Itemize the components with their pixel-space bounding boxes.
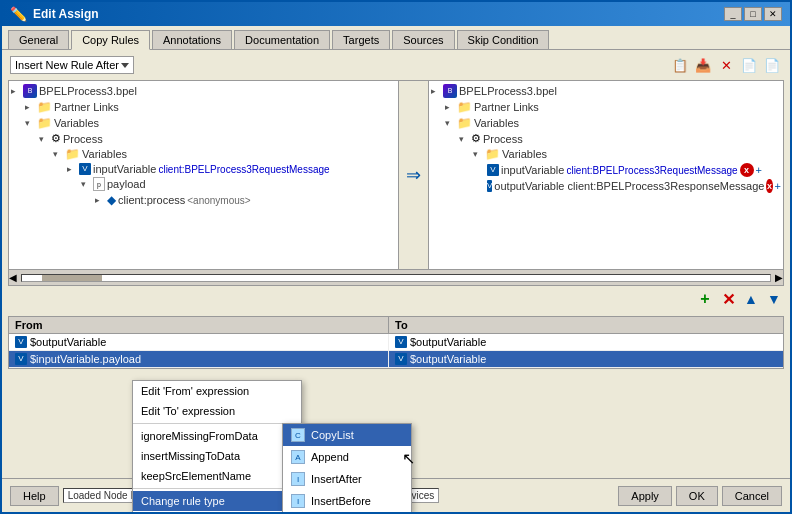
ctx-keep-src[interactable]: keepSrcElementName [133, 466, 301, 486]
insert-rule-dropdown[interactable]: Insert New Rule After [10, 56, 134, 74]
expand-icon[interactable]: ▾ [81, 179, 91, 189]
tab-targets[interactable]: Targets [332, 30, 390, 49]
expand-icon[interactable]: ▾ [445, 118, 455, 128]
tab-copy-rules[interactable]: Copy Rules [71, 30, 150, 50]
column-to: To [389, 317, 783, 333]
tree-item-partner[interactable]: ▸ 📁 Partner Links [11, 99, 396, 115]
cell-to-2: V $outputVariable [389, 351, 783, 367]
tree-label: payload [107, 178, 146, 190]
tree-item-partner2[interactable]: ▸ 📁 Partner Links [431, 99, 781, 115]
expand-icon[interactable]: ▸ [445, 102, 455, 112]
expand-icon[interactable]: ▸ [431, 86, 441, 96]
expand-icon[interactable]: ▸ [67, 164, 77, 174]
plus-icon: + [775, 180, 781, 192]
folder-icon: 📁 [65, 147, 80, 161]
down-arrow-icon: ▼ [767, 291, 781, 307]
apply-button[interactable]: Apply [618, 486, 672, 506]
tree-item-outputvar[interactable]: V outputVariable client:BPELProcess3Resp… [431, 178, 781, 194]
tree-label: Partner Links [474, 101, 539, 113]
ctx-change-rule-type[interactable]: Change rule type ▶ [133, 491, 301, 511]
tabs-bar: General Copy Rules Annotations Documenta… [2, 26, 790, 50]
var-icon: V [395, 336, 407, 348]
maximize-button[interactable]: □ [744, 7, 762, 21]
tree-label: BPELProcess3.bpel [459, 85, 557, 97]
tree-item-payload[interactable]: ▾ p payload [11, 176, 396, 192]
tab-sources[interactable]: Sources [392, 30, 454, 49]
paste-icon-btn[interactable]: 📥 [693, 55, 713, 75]
expand-icon[interactable]: ▸ [11, 86, 21, 96]
tree-item-inputvar2[interactable]: V inputVariable client:BPELProcess3Reque… [431, 162, 781, 178]
cell-to-1: V $outputVariable [389, 334, 783, 350]
tree-item-vars4[interactable]: ▾ 📁 Variables [431, 146, 781, 162]
tree-item-inputvar[interactable]: ▸ V inputVariable client:BPELProcess3Req… [11, 162, 396, 176]
middle-arrows: ⇒ [399, 81, 429, 269]
tree-item-client[interactable]: ▸ ◆ client:process <anonymous> [11, 192, 396, 208]
expand-icon[interactable]: ▾ [53, 149, 63, 159]
submenu-item-insertbefore[interactable]: I InsertBefore [283, 490, 411, 512]
tab-general[interactable]: General [8, 30, 69, 49]
tree-item-vars[interactable]: ▾ 📁 Variables [11, 115, 396, 131]
tree-item-process2[interactable]: ▾ ⚙ Process [431, 131, 781, 146]
ctx-edit-from[interactable]: Edit 'From' expression [133, 381, 301, 401]
tree-item-vars2[interactable]: ▾ 📁 Variables [11, 146, 396, 162]
variable-icon: V [79, 163, 91, 175]
ok-button[interactable]: OK [676, 486, 718, 506]
extra1-icon: 📄 [741, 58, 757, 73]
ctx-ignore-missing[interactable]: ignoreMissingFromData [133, 426, 301, 446]
tree-item-process[interactable]: ▾ ⚙ Process [11, 131, 396, 146]
table-row[interactable]: V $inputVariable.payload V $outputVariab… [9, 351, 783, 368]
tab-annotations[interactable]: Annotations [152, 30, 232, 49]
move-down-button[interactable]: ▼ [764, 289, 784, 309]
expand-icon[interactable]: ▾ [39, 134, 49, 144]
extra2-btn[interactable]: 📄 [762, 55, 782, 75]
tab-skip-condition[interactable]: Skip Condition [457, 30, 550, 49]
cancel-button[interactable]: Cancel [722, 486, 782, 506]
tree-item-bpel1[interactable]: ▸ B BPELProcess3.bpel [11, 83, 396, 99]
variable-icon: V [487, 164, 499, 176]
expand-icon[interactable]: ▾ [459, 134, 469, 144]
scroll-right-btn[interactable]: ▶ [775, 272, 783, 283]
tree-label: Process [483, 133, 523, 145]
table-row[interactable]: V $outputVariable V $outputVariable [9, 334, 783, 351]
folder-icon: 📁 [457, 100, 472, 114]
submenu-label: Append [311, 451, 349, 463]
tree-item-bpel2[interactable]: ▸ B BPELProcess3.bpel [431, 83, 781, 99]
remove-row-button[interactable]: ✕ [718, 289, 738, 309]
ctx-label: ignoreMissingFromData [141, 430, 258, 442]
right-tree-panel[interactable]: ▸ B BPELProcess3.bpel ▸ 📁 Partner Links … [429, 81, 783, 269]
transfer-arrow[interactable]: ⇒ [406, 166, 421, 184]
submenu-item-append[interactable]: A Append [283, 446, 411, 468]
ctx-edit-to[interactable]: Edit 'To' expression [133, 401, 301, 421]
submenu-item-copylist[interactable]: C CopyList [283, 424, 411, 446]
expand-icon[interactable]: ▾ [473, 149, 483, 159]
extra1-btn[interactable]: 📄 [739, 55, 759, 75]
toolbar: Insert New Rule After 📋 📥 ✕ 📄 📄 [2, 50, 790, 80]
scroll-left-btn[interactable]: ◀ [9, 272, 17, 283]
scroll-track[interactable] [21, 274, 771, 282]
append-icon: A [291, 450, 305, 464]
expand-icon[interactable]: ▸ [95, 195, 105, 205]
extra2-icon: 📄 [764, 58, 780, 73]
tab-documentation[interactable]: Documentation [234, 30, 330, 49]
horizontal-scrollbar[interactable]: ◀ ▶ [8, 270, 784, 286]
move-up-button[interactable]: ▲ [741, 289, 761, 309]
copy-icon-btn[interactable]: 📋 [670, 55, 690, 75]
toolbar-icons: 📋 📥 ✕ 📄 📄 [670, 55, 782, 75]
expand-icon[interactable]: ▾ [25, 118, 35, 128]
table-rows: V $outputVariable V $outputVariable V $i… [9, 334, 783, 368]
tree-label: inputVariable [501, 164, 564, 176]
delete-icon-btn[interactable]: ✕ [716, 55, 736, 75]
tree-item-vars3[interactable]: ▾ 📁 Variables [431, 115, 781, 131]
minimize-button[interactable]: _ [724, 7, 742, 21]
close-button[interactable]: ✕ [764, 7, 782, 21]
ctx-insert-missing[interactable]: insertMissingToData [133, 446, 301, 466]
help-button[interactable]: Help [10, 486, 59, 506]
expand-icon[interactable]: ▸ [25, 102, 35, 112]
plus-icon: + [756, 164, 762, 176]
var-icon: V [15, 353, 27, 365]
minus-icon: ✕ [722, 290, 735, 309]
left-tree-panel[interactable]: ▸ B BPELProcess3.bpel ▸ 📁 Partner Links … [9, 81, 399, 269]
add-row-button[interactable]: + [695, 289, 715, 309]
tree-subtext: <anonymous> [187, 195, 250, 206]
submenu-item-insertafter[interactable]: I InsertAfter [283, 468, 411, 490]
